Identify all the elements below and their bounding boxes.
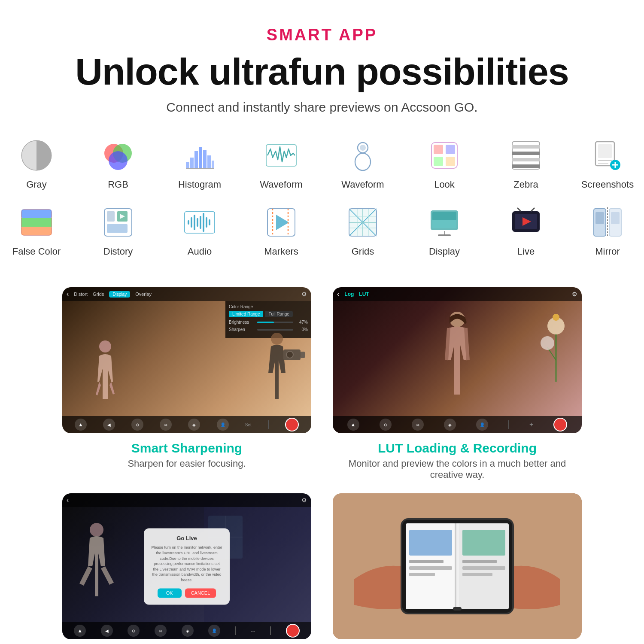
icons-row-1: Gray RGB [9,136,635,190]
icon-item-audio: Audio [172,203,228,257]
svg-rect-110 [462,573,492,576]
ss-tab-grids: Grids [93,292,104,297]
lut-item: ‹ Log LUT ⚙ [333,287,582,480]
icon-item-live: Live [498,203,554,257]
ss-btn-group: Limited Range Full Range [229,311,308,317]
brightness-slider[interactable] [257,322,293,323]
icon-item-mirror: Mirror [580,203,635,257]
distory-label: Distory [103,246,133,257]
svg-marker-53 [276,215,289,230]
live-nav-5[interactable]: ◈ [182,625,194,637]
live-ok-button[interactable]: OK [158,588,182,598]
live-dialog-buttons: OK CANCEL [151,588,223,598]
live-bottom-bar: ▲ ◀ ⊙ ≋ ◈ 👤 --- [62,622,311,639]
live-label: Live [517,246,535,257]
lut-nav-3[interactable]: ≋ [412,419,424,431]
live-dialog: Go Live Please turn on the monitor netwo… [144,529,230,605]
svg-rect-28 [598,144,612,158]
screenshots-section: ‹ Distort Grids Display Overlay ⚙ Color … [34,287,610,644]
nav-dot-2[interactable]: ◀ [103,419,115,431]
live-dialog-text: Please turn on the monitor network, ente… [151,545,223,583]
live-record-button[interactable] [286,624,300,638]
nav-dot-5[interactable]: ◈ [188,419,200,431]
grids-icon [343,203,382,242]
nav-dot-4[interactable]: ≋ [160,419,172,431]
svg-rect-10 [212,161,214,169]
svg-rect-39 [107,211,115,222]
svg-rect-5 [190,158,194,169]
svg-point-85 [286,351,293,358]
icon-item-look: Look [416,136,472,190]
svg-rect-45 [191,217,192,228]
live-dialog-title: Go Live [151,535,223,542]
svg-rect-35 [21,210,52,218]
live-nav-1[interactable]: ▲ [74,625,86,637]
svg-rect-51 [209,219,210,225]
lut-nav-2[interactable]: ⊙ [380,419,392,431]
full-range-btn[interactable]: Full Range [265,311,292,317]
live-nav-6[interactable]: 👤 [208,625,220,637]
svg-rect-84 [301,352,305,358]
subtitle: Connect and instantly share previews on … [166,100,477,115]
svg-rect-9 [207,155,211,169]
svg-rect-80 [611,212,620,224]
lut-title: LUT Loading & Recording [378,441,537,456]
svg-rect-70 [438,234,451,236]
gray-icon [17,136,56,175]
lut-lut-tab[interactable]: LUT [359,291,369,297]
mirror-icon [588,203,627,242]
nav-dot-1[interactable]: ▲ [75,419,87,431]
histogram-icon [180,136,219,175]
live-cancel-button[interactable]: CANCEL [185,588,216,598]
live-nav-4[interactable]: ≋ [155,625,167,637]
smart-sharpening-frame: ‹ Distort Grids Display Overlay ⚙ Color … [62,287,311,433]
audio-label: Audio [188,246,212,257]
color-range-label: Color Range [229,304,308,309]
screenshots-row-2: ‹ ⚙ [34,493,610,644]
svg-point-91 [541,336,554,350]
icons-row-2: False Color Distory [9,203,635,257]
markers-icon [262,203,301,242]
svg-rect-79 [595,212,604,224]
nav-dot-3[interactable]: ⊙ [131,419,143,431]
svg-rect-19 [434,157,443,166]
waveform2-icon [343,136,382,175]
markers-label: Markers [264,246,298,257]
svg-point-90 [553,314,559,321]
icon-item-waveform1: Waveform [253,136,309,190]
page-wrapper: SMART APP Unlock ultrafun possibilities … [0,0,644,644]
svg-rect-41 [107,224,128,233]
lut-log-tab[interactable]: Log [344,291,354,297]
histogram-label: Histogram [178,179,221,190]
live-nav-2[interactable]: ◀ [101,625,113,637]
lut-nav-1[interactable]: ▲ [347,419,359,431]
lut-top-bar: ‹ Log LUT ⚙ [333,287,582,301]
icon-item-falsecolor: False Color [9,203,64,257]
nav-dot-6[interactable]: 👤 [217,419,229,431]
icon-item-rgb: RGB [90,136,146,190]
icons-section: Gray RGB [34,136,610,270]
limited-range-btn[interactable]: Limited Range [229,311,263,317]
brightness-val: 47% [296,320,308,325]
display-icon [425,203,464,242]
record-button[interactable] [285,418,299,431]
ipad-frame [333,493,582,639]
zebra-label: Zebra [513,179,538,190]
live-nav-3[interactable]: ⊙ [128,625,140,637]
ss-top-bar: ‹ Distort Grids Display Overlay ⚙ [62,287,311,301]
svg-rect-49 [203,213,204,232]
lut-record-button[interactable] [553,418,567,431]
lut-nav-4[interactable]: ◈ [444,419,456,431]
waveform2-label: Waveform [341,179,384,190]
lut-nav-5[interactable]: 👤 [476,419,488,431]
gray-label: Gray [26,179,47,190]
svg-rect-107 [462,530,505,556]
svg-rect-44 [188,220,189,225]
svg-rect-105 [409,566,452,570]
icon-item-markers: Markers [253,203,309,257]
brightness-row: Brightness 47% [229,320,308,325]
svg-rect-50 [206,217,207,228]
ss-tab-distort: Distort [74,292,88,297]
ss-tab-display: Display [109,291,130,298]
screenshots-label: Screenshots [581,179,634,190]
